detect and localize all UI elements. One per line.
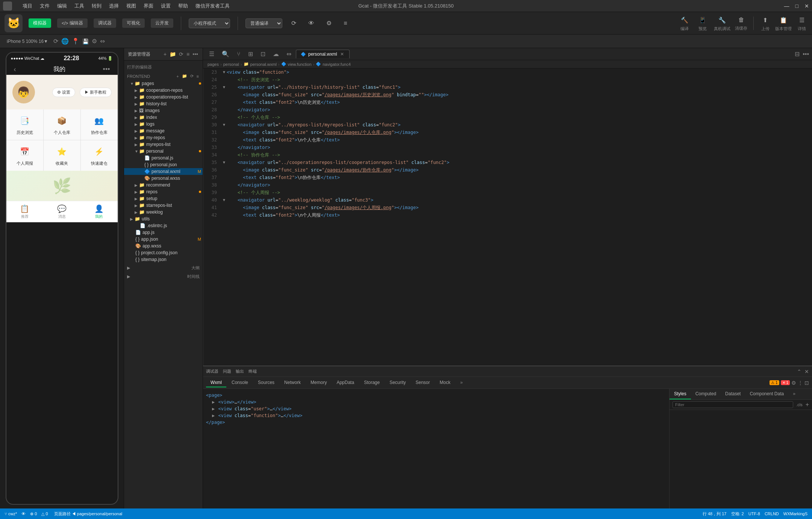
phone-menu-quick-create[interactable]: ⚡ 快速建仓: [81, 140, 118, 171]
rotate-icon[interactable]: ⟳: [53, 38, 58, 45]
menu-item-help[interactable]: 帮助: [178, 3, 188, 9]
tree-item-my-repos[interactable]: ▶ 📁 my-repos: [124, 134, 203, 141]
breadcrumb-personal-wxml[interactable]: personal.wxml: [250, 62, 277, 67]
section-outline[interactable]: ▶ 大纲: [124, 263, 203, 272]
menu-item-edit[interactable]: 编辑: [57, 3, 67, 9]
styles-cls-button[interactable]: .cls: [796, 402, 803, 407]
devtools-dock-icon[interactable]: ⊡: [804, 380, 809, 386]
editor-tab-compare[interactable]: ⊞: [245, 49, 256, 59]
menu-item-view[interactable]: 视图: [126, 3, 136, 9]
editor-tab-icons[interactable]: ☰: [206, 49, 217, 59]
dom-view-user[interactable]: ▶ <view class="user">…</view>: [206, 405, 666, 412]
styles-tab-more[interactable]: »: [788, 389, 800, 399]
simulator-button[interactable]: 模拟器: [29, 18, 51, 28]
fold-40[interactable]: ▼: [221, 196, 227, 204]
compile-button[interactable]: ⟳: [288, 18, 299, 28]
tree-item-setup[interactable]: ▶ 📁 setup: [124, 195, 203, 202]
tab-close-button[interactable]: ✕: [339, 52, 345, 57]
styles-tab-computed[interactable]: Computed: [691, 389, 721, 399]
dom-view-function[interactable]: ▶ <view class="function">…</view>: [206, 412, 666, 419]
window-close[interactable]: ✕: [804, 3, 809, 9]
devtools-tab-memory[interactable]: Memory: [306, 378, 331, 387]
tree-item-starrepos-list[interactable]: ▶ 📁 starrepos-list: [124, 202, 203, 209]
tree-item-index[interactable]: ▶ 📁 index: [124, 114, 203, 121]
styles-add-button[interactable]: +: [806, 401, 809, 408]
menu-item-goto[interactable]: 转到: [92, 3, 102, 9]
editor-tab-search[interactable]: 🔍: [219, 49, 232, 59]
tree-item-eslintrc[interactable]: 📄 .eslintrc.js: [124, 222, 203, 229]
styles-tab-dataset[interactable]: Dataset: [721, 389, 745, 399]
tree-item-history-list[interactable]: ▶ 📁 history-list: [124, 100, 203, 107]
collapse-icon[interactable]: ≡: [186, 50, 190, 58]
indent-info[interactable]: 空格: 2: [731, 511, 744, 517]
devtools-tab-storage[interactable]: Storage: [359, 378, 384, 387]
breadcrumb-view-function[interactable]: view.function: [288, 62, 312, 67]
encoding-info[interactable]: UTF-8: [748, 511, 760, 516]
status-warnings[interactable]: △ 0: [41, 511, 48, 516]
phone-bottom-recommend[interactable]: 📋 推荐: [6, 201, 44, 222]
debugger-button[interactable]: 调试器: [94, 18, 116, 28]
fold-30[interactable]: ▼: [221, 121, 227, 129]
preview-button[interactable]: 📱: [696, 15, 709, 25]
code-area[interactable]: 23 ▼ <view class="function"> 24 <!-- 历史浏…: [203, 68, 812, 366]
preview-status-icon[interactable]: 👁: [21, 511, 26, 516]
devtools-dom-tree[interactable]: <page> ▶ <view>…</view> ▶ <view class="u…: [203, 389, 669, 508]
tree-item-repos[interactable]: ▶ 📁 repos: [124, 188, 203, 195]
version-mgr-button[interactable]: 📋: [777, 15, 790, 25]
phone-menu-personal-repo[interactable]: 📦 个人仓库: [44, 109, 80, 140]
devtools-tab-mock[interactable]: Mock: [435, 378, 455, 387]
menu-item-tools[interactable]: 工具: [74, 3, 84, 9]
new-file-icon[interactable]: +: [163, 50, 167, 58]
settings-button[interactable]: ⚙: [323, 18, 335, 28]
tree-item-cooperationrepos-list[interactable]: ▶ 📁 cooperationrepos-list: [124, 94, 203, 100]
devtools-expand-icon[interactable]: ⌃: [797, 369, 801, 375]
devtools-tab-wxml[interactable]: Wxml: [206, 378, 226, 387]
tree-item-personal[interactable]: ▼ 📁 personal: [124, 148, 203, 155]
devtools-toolbar-output[interactable]: 输出: [236, 369, 244, 374]
breadcrumb-pages[interactable]: pages: [208, 62, 219, 67]
tree-item-images[interactable]: ▶ 🖼 images: [124, 107, 203, 114]
tree-item-recommend[interactable]: ▶ 📁 recommend: [124, 182, 203, 188]
devtools-settings-icon[interactable]: ⚙: [791, 380, 796, 386]
tree-item-sitemap[interactable]: { } sitemap.json: [124, 256, 203, 263]
cloud-button[interactable]: 云开发: [151, 18, 173, 28]
editor-tab-personal-wxml[interactable]: 🔷 personal.wxml ✕: [296, 50, 350, 58]
tree-item-message[interactable]: ▶ 📁 message: [124, 127, 203, 134]
tree-item-pages[interactable]: ▼ 📁 pages: [124, 80, 203, 87]
layers-button[interactable]: ≡: [341, 18, 350, 28]
upload-button[interactable]: ⬆: [760, 15, 771, 25]
tree-item-personal-wxss[interactable]: 🎨 personal.wxss: [124, 175, 203, 182]
menu-item-project[interactable]: 项目: [23, 3, 32, 9]
phone-bottom-mine[interactable]: 👤 我的: [80, 201, 118, 222]
mode-select[interactable]: 小程序模式: [189, 18, 230, 28]
devtools-tab-more[interactable]: »: [456, 378, 467, 387]
storage-icon[interactable]: 💾: [82, 38, 89, 44]
tree-item-personal-json[interactable]: { } personal.json: [124, 161, 203, 168]
fold-35[interactable]: ▼: [221, 159, 227, 166]
tree-item-myrepos-list[interactable]: ▶ 📁 myrepos-list: [124, 141, 203, 148]
devtools-more-icon[interactable]: ⋮: [798, 380, 803, 386]
add-file-icon[interactable]: +: [176, 73, 179, 79]
branch-info[interactable]: ⑂ cwz*: [5, 511, 17, 516]
clear-cache-button[interactable]: 🗑: [735, 15, 747, 25]
tree-item-app-js[interactable]: 📄 app.js: [124, 229, 203, 236]
window-minimize[interactable]: —: [784, 3, 789, 9]
editor-tab-settings-icon[interactable]: ⇔: [283, 49, 294, 59]
devtools-toolbar-issue[interactable]: 问题: [223, 369, 231, 374]
menu-item-interface[interactable]: 界面: [144, 3, 153, 9]
status-errors[interactable]: ⊗ 0: [30, 511, 37, 516]
styles-tab-styles[interactable]: Styles: [670, 389, 691, 399]
phone-nav-dots[interactable]: •••: [103, 65, 113, 73]
breadcrumb-navigator-func4[interactable]: navigator.func4: [323, 62, 351, 67]
devtools-close-icon[interactable]: ✕: [804, 369, 809, 375]
menu-item-settings[interactable]: 设置: [161, 3, 171, 9]
menu-item-select[interactable]: 选择: [109, 3, 119, 9]
tutorial-action-btn[interactable]: ▶ 新手教程: [80, 88, 111, 97]
menu-item-wechat[interactable]: 微信开发者工具: [195, 3, 230, 9]
fold-25[interactable]: ▼: [221, 83, 227, 91]
devtools-tab-security[interactable]: Security: [385, 378, 410, 387]
devtools-tab-network[interactable]: Network: [280, 378, 305, 387]
collapse-tree-icon[interactable]: ≡: [196, 73, 200, 79]
dom-view-1[interactable]: ▶ <view>…</view>: [206, 399, 666, 405]
tree-item-utils[interactable]: ▶ 📁 utils: [124, 215, 203, 222]
